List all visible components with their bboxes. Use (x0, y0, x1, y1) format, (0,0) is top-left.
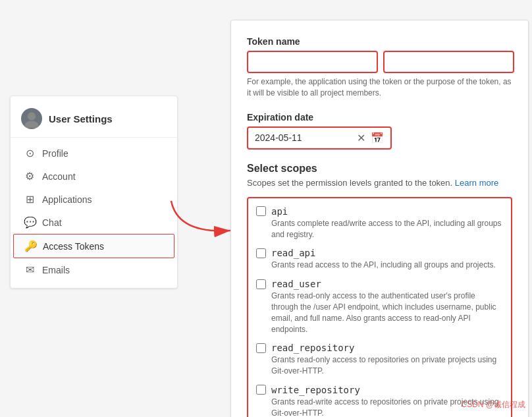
avatar (21, 108, 42, 129)
scope-api: api Grants complete read/write access to… (256, 206, 503, 240)
scopes-group: Select scopes Scopes set the permission … (247, 163, 512, 417)
sidebar-header: User Settings (11, 103, 177, 138)
email-icon: ✉ (24, 264, 36, 276)
scope-read-api-name: read_api (271, 248, 315, 258)
scope-read-user-checkbox[interactable] (256, 279, 266, 289)
sidebar: User Settings ⊙ Profile ⚙ Account ⊞ Appl… (10, 96, 178, 289)
scope-read-user: read_user Grants read-only access to the… (256, 279, 503, 335)
scope-write-repository-name: write_repository (271, 385, 360, 395)
calendar-icon[interactable]: 📅 (371, 132, 384, 144)
scopes-desc: Scopes set the permission levels granted… (247, 177, 512, 189)
scope-api-name: api (271, 206, 288, 217)
expiration-row[interactable]: 2024-05-11 ✕ 📅 (247, 126, 392, 150)
sidebar-item-chat[interactable]: 💬 Chat (13, 211, 174, 234)
token-name-hint: For example, the application using the t… (247, 76, 512, 99)
sidebar-item-account[interactable]: ⚙ Account (13, 165, 174, 188)
scope-read-api-desc: Grants read access to the API, including… (271, 260, 503, 271)
scope-read-user-desc: Grants read-only access to the authentic… (271, 291, 503, 335)
scope-read-api: read_api Grants read access to the API, … (256, 248, 503, 271)
watermark: CSDN @诚信程成 (461, 399, 525, 410)
sidebar-label-applications: Applications (42, 194, 92, 205)
sidebar-label-access-tokens: Access Tokens (43, 241, 104, 252)
scopes-box: api Grants complete read/write access to… (247, 197, 512, 417)
sidebar-title: User Settings (49, 113, 113, 125)
clear-date-icon[interactable]: ✕ (357, 132, 365, 144)
account-icon: ⚙ (24, 170, 36, 182)
main-panel: Token name For example, the application … (230, 20, 529, 417)
sidebar-label-account: Account (42, 171, 76, 182)
token-name-input2[interactable] (383, 51, 514, 73)
scopes-title: Select scopes (247, 163, 512, 175)
sidebar-label-profile: Profile (42, 148, 68, 159)
expiration-label: Expiration date (247, 112, 512, 123)
sidebar-item-applications[interactable]: ⊞ Applications (13, 188, 174, 211)
sidebar-item-emails[interactable]: ✉ Emails (13, 258, 174, 281)
sidebar-item-access-tokens[interactable]: 🔑 Access Tokens (13, 234, 174, 258)
scope-write-repository-header: write_repository (256, 385, 503, 395)
scope-api-checkbox[interactable] (256, 206, 266, 216)
scope-api-header: api (256, 206, 503, 217)
token-name-group: Token name For example, the application … (247, 36, 512, 99)
svg-point-0 (28, 112, 36, 120)
expiration-value: 2024-05-11 (255, 132, 352, 143)
scope-read-repository-desc: Grants read-only access to repositories … (271, 354, 503, 377)
scope-read-repository-name: read_repository (271, 343, 354, 353)
profile-icon: ⊙ (24, 147, 36, 159)
token-name-row (247, 51, 512, 73)
scope-read-api-header: read_api (256, 248, 503, 258)
scope-read-user-name: read_user (271, 279, 321, 289)
applications-icon: ⊞ (24, 193, 36, 206)
learn-more-link[interactable]: Learn more (455, 178, 498, 188)
scope-read-repository-checkbox[interactable] (256, 343, 266, 353)
scope-write-repository-checkbox[interactable] (256, 385, 266, 395)
scope-read-repository-header: read_repository (256, 343, 503, 353)
chat-icon: 💬 (24, 216, 36, 229)
scope-read-repository: read_repository Grants read-only access … (256, 343, 503, 377)
token-name-label: Token name (247, 36, 512, 47)
sidebar-label-chat: Chat (42, 217, 62, 228)
key-icon: 🔑 (24, 240, 36, 252)
scope-api-desc: Grants complete read/write access to the… (271, 218, 503, 240)
scope-read-api-checkbox[interactable] (256, 248, 266, 258)
expiration-group: Expiration date 2024-05-11 ✕ 📅 (247, 112, 512, 150)
sidebar-item-profile[interactable]: ⊙ Profile (13, 142, 174, 165)
svg-point-1 (25, 121, 39, 128)
token-name-input[interactable] (247, 51, 378, 73)
scope-read-user-header: read_user (256, 279, 503, 289)
sidebar-label-emails: Emails (42, 265, 70, 275)
